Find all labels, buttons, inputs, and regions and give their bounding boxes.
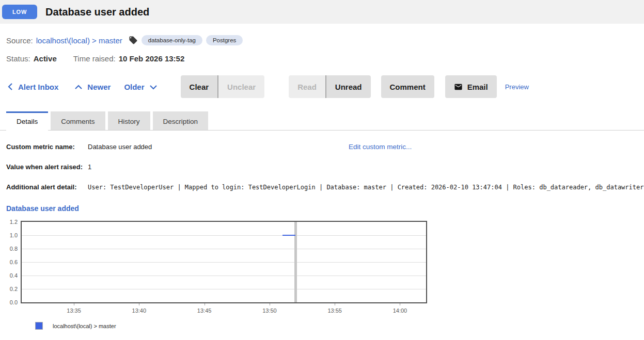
tab-history[interactable]: History	[108, 111, 150, 130]
y-tick-label: 1.2	[2, 219, 18, 225]
gridline	[22, 289, 426, 289]
status-value: Active	[34, 54, 57, 63]
alert-inbox-back-link[interactable]: Alert Inbox	[7, 83, 58, 91]
alert-header: LOW Database user added	[0, 0, 644, 24]
status-row: Status: Active Time raised: 10 Feb 2026 …	[6, 54, 644, 63]
older-label: Older	[124, 83, 144, 91]
x-tick-label: 14:00	[387, 307, 413, 314]
plot-area	[21, 221, 427, 303]
y-tick-label: 0.6	[2, 259, 18, 265]
unclear-button: Unclear	[217, 75, 264, 98]
y-tick-label: 0.0	[2, 299, 18, 305]
additional-detail-row: Additional alert detail: User: TestDevel…	[0, 177, 644, 197]
x-tick-label: 13:40	[126, 307, 152, 314]
chevron-down-icon	[149, 84, 158, 90]
time-raised-marker	[294, 222, 297, 302]
x-tick	[139, 303, 139, 305]
chevron-up-icon	[74, 84, 83, 90]
custom-metric-name-label: Custom metric name:	[6, 143, 88, 151]
value-when-raised-value: 1	[88, 163, 91, 171]
legend-swatch	[35, 322, 43, 330]
toolbar: Alert Inbox Newer Older Clear Unclear Re…	[0, 75, 644, 98]
chart-frame: 13:3513:4013:4513:5013:5514:00 0.00.20.4…	[21, 221, 427, 317]
older-link[interactable]: Older	[124, 83, 157, 91]
email-icon	[454, 83, 463, 91]
additional-detail-label: Additional alert detail:	[6, 183, 88, 191]
y-tick-label: 0.2	[2, 286, 18, 292]
time-raised-value: 10 Feb 2026 13:52	[119, 54, 185, 63]
chart-title-link[interactable]: Database user added	[6, 204, 79, 213]
tab-details[interactable]: Details	[6, 111, 48, 131]
newer-label: Newer	[87, 83, 111, 91]
tag-pill-postgres[interactable]: Postgres	[206, 35, 243, 45]
source-row: Source: localhost\(local) > master datab…	[6, 35, 644, 45]
chevron-left-icon	[7, 83, 13, 91]
tab-comments[interactable]: Comments	[51, 111, 105, 130]
series-line-segment	[282, 235, 295, 236]
y-tick-label: 0.4	[2, 272, 18, 279]
newer-link[interactable]: Newer	[74, 83, 111, 91]
read-unread-group: Read Unread	[289, 75, 370, 98]
custom-metric-name-row: Custom metric name: Database user added …	[0, 137, 644, 157]
x-tick	[74, 303, 74, 305]
status-label: Status:	[6, 54, 30, 63]
page-title: Database user added	[45, 6, 149, 18]
y-tick-label: 1.0	[2, 232, 18, 238]
details-panel: Custom metric name: Database user added …	[0, 137, 644, 197]
email-label: Email	[467, 83, 488, 91]
clear-button[interactable]: Clear	[181, 75, 218, 98]
source-link[interactable]: localhost\(local) > master	[36, 36, 122, 45]
additional-detail-value: User: TestDeveloperUser | Mapped to logi…	[88, 184, 643, 191]
gridline	[22, 262, 426, 263]
x-tick-label: 13:55	[322, 307, 348, 314]
tab-description[interactable]: Description	[153, 111, 209, 130]
value-when-raised-label: Value when alert raised:	[6, 163, 88, 171]
time-raised-label: Time raised:	[73, 54, 116, 63]
y-tick-label: 0.8	[2, 246, 18, 252]
x-tick	[270, 303, 270, 305]
tag-icon	[129, 36, 138, 45]
x-tick-label: 13:50	[257, 307, 282, 314]
x-tick-label: 13:35	[61, 307, 87, 314]
x-tick	[400, 303, 400, 305]
chart-legend: localhost\(local) > master	[35, 322, 644, 330]
tag-pill-database-only-tag[interactable]: database-only-tag	[142, 35, 202, 45]
custom-metric-name-value: Database user added	[88, 143, 152, 151]
gridline	[22, 235, 426, 236]
alert-inbox-label: Alert Inbox	[18, 83, 58, 91]
preview-link[interactable]: Preview	[505, 83, 529, 91]
edit-custom-metric-link[interactable]: Edit custom metric...	[349, 143, 412, 151]
x-tick-label: 13:45	[192, 307, 217, 314]
x-axis: 13:3513:4013:4513:5013:5514:00	[21, 303, 427, 317]
comment-button[interactable]: Comment	[381, 75, 434, 98]
value-when-raised-row: Value when alert raised: 1	[0, 157, 644, 177]
source-label: Source:	[6, 36, 33, 45]
gridline	[22, 249, 426, 249]
tab-bar: Details Comments History Description	[0, 111, 644, 131]
x-tick	[335, 303, 335, 305]
severity-badge: LOW	[2, 5, 37, 19]
legend-label: localhost\(local) > master	[53, 323, 116, 329]
x-tick	[205, 303, 205, 305]
email-button[interactable]: Email	[445, 75, 497, 98]
read-button: Read	[289, 75, 325, 98]
clear-unclear-group: Clear Unclear	[181, 75, 265, 98]
unread-button[interactable]: Unread	[325, 75, 371, 98]
gridline	[22, 276, 426, 276]
